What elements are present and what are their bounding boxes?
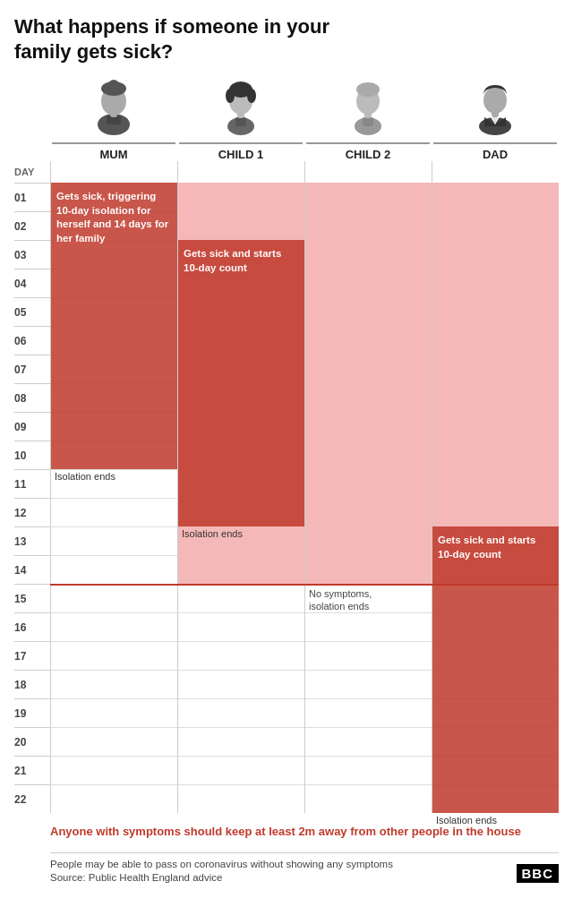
day-label-01: 01: [14, 183, 50, 211]
row-bg-col-child1-day20: [178, 727, 304, 756]
dad-isolation-ends-label: Isolation ends: [436, 815, 497, 826]
day-label-05: 05: [14, 297, 50, 326]
svg-point-17: [356, 82, 380, 97]
day-label-08: 08: [14, 383, 50, 412]
child1-isolation-ends-label: Isolation ends: [182, 528, 243, 539]
child1-block-text: Gets sick and starts 10-day count: [178, 244, 304, 278]
dad-isolation-block: [432, 526, 559, 813]
row-bg-col-child1-day22: [178, 784, 304, 813]
row-bg-col-child1-day16: [178, 612, 304, 641]
person-col-dad: DAD: [432, 76, 559, 161]
red-divider-line: [50, 584, 559, 586]
dad-label: DAD: [433, 142, 557, 161]
day-label-12: 12: [14, 498, 50, 526]
day-label-11: 11: [14, 469, 50, 498]
mum-icon: [89, 76, 139, 139]
footer-row: People may be able to pass on coronaviru…: [50, 852, 559, 883]
child1-label: CHILD 1: [179, 142, 303, 161]
day-labels: DAY 010203040506070809101112131415161718…: [14, 161, 50, 813]
day-label-02: 02: [14, 211, 50, 240]
row-bg-col-mum-day16: [51, 612, 177, 641]
day-label-15: 15: [14, 584, 50, 612]
row-bg-col-mum-day22: [51, 784, 177, 813]
row-bg-col-mum-day12: [51, 498, 177, 526]
day-label-09: 09: [14, 412, 50, 441]
row-bg-col-child1-day21: [178, 756, 304, 784]
dad-icon: [470, 76, 520, 139]
row-bg-col-child2-day16: [305, 612, 432, 641]
col-dad: Gets sick and starts 10-day countIsolati…: [432, 161, 559, 813]
row-bg-col-mum-day20: [51, 727, 177, 756]
day-label-14: 14: [14, 555, 50, 584]
col-child1: Gets sick and starts 10-day countIsolati…: [177, 161, 304, 813]
day-label-20: 20: [14, 727, 50, 756]
day-label-17: 17: [14, 641, 50, 670]
day-label-04: 04: [14, 269, 50, 297]
row-bg-col-child1-day17: [178, 641, 304, 670]
footer-area: People may be able to pass on coronaviru…: [14, 843, 559, 883]
svg-rect-14: [363, 117, 373, 126]
child2-label: CHILD 2: [306, 142, 430, 161]
dad-block-text: Gets sick and starts 10-day count: [432, 530, 559, 565]
mum-isolation-ends-label: Isolation ends: [55, 471, 115, 482]
row-bg-col-child2-day21: [305, 756, 432, 784]
svg-point-11: [226, 89, 235, 103]
day-label-19: 19: [14, 698, 50, 727]
day-label-13: 13: [14, 526, 50, 555]
header-row: MUM CHILD 1: [50, 76, 559, 161]
row-bg-col-mum-day19: [51, 698, 177, 727]
day-label-07: 07: [14, 355, 50, 383]
footer-note-top: People may be able to pass on coronaviru…: [50, 859, 393, 869]
day-label-16: 16: [14, 612, 50, 641]
day-label-18: 18: [14, 670, 50, 698]
col-mum: Gets sick, triggering 10-day isolation f…: [50, 161, 177, 813]
child2-icon: [343, 76, 393, 139]
svg-point-12: [247, 89, 256, 103]
bottom-notice-text: Anyone with symptoms should keep at leas…: [50, 824, 559, 840]
row-bg-col-child1-day15: [178, 584, 304, 612]
footer-notes: People may be able to pass on coronaviru…: [50, 859, 393, 883]
person-col-mum: MUM: [50, 76, 177, 161]
row-bg-col-child2-day17: [305, 641, 432, 670]
row-bg-col-child2-day20: [305, 727, 432, 756]
svg-point-22: [483, 87, 507, 114]
row-bg-col-mum-day17: [51, 641, 177, 670]
chart-title: What happens if someone in your family g…: [14, 14, 390, 64]
row-bg-col-child2-day22: [305, 784, 432, 813]
day-label-03: 03: [14, 240, 50, 269]
grid-wrapper: DAY 010203040506070809101112131415161718…: [14, 161, 559, 813]
day-label-10: 10: [14, 441, 50, 469]
row-bg-col-child1-day19: [178, 698, 304, 727]
row-bg-col-child2-day18: [305, 670, 432, 698]
child1-icon: [216, 76, 266, 139]
mum-label: MUM: [52, 142, 175, 161]
row-bg-col-child2-day19: [305, 698, 432, 727]
dad-light-block: [432, 183, 559, 584]
svg-point-5: [108, 80, 119, 90]
child2-light-block: [305, 183, 432, 584]
chart-container: What happens if someone in your family g…: [14, 14, 559, 883]
row-bg-col-mum-day21: [51, 756, 177, 784]
child2-no-symptoms-label: No symptoms, isolation ends: [309, 587, 372, 613]
row-bg-col-mum-day14: [51, 555, 177, 584]
person-col-child2: CHILD 2: [304, 76, 432, 161]
footer-note-bottom: Source: Public Health England advice: [50, 872, 393, 883]
child1-isolation-block: [178, 240, 304, 526]
columns-area: Gets sick, triggering 10-day isolation f…: [50, 161, 559, 813]
col-child2: No symptoms, isolation ends: [304, 161, 432, 813]
day-label-22: 22: [14, 784, 50, 813]
svg-rect-7: [235, 117, 246, 126]
day-label-06: 06: [14, 326, 50, 355]
row-bg-col-mum-day18: [51, 670, 177, 698]
day-label-21: 21: [14, 756, 50, 784]
row-bg-col-mum-day15: [51, 584, 177, 612]
day-header: DAY: [14, 161, 50, 183]
row-bg-col-mum-day13: [51, 526, 177, 555]
mum-block-text: Gets sick, triggering 10-day isolation f…: [51, 186, 177, 249]
bbc-logo: BBC: [517, 864, 560, 883]
row-bg-col-child1-day18: [178, 670, 304, 698]
person-col-child1: CHILD 1: [177, 76, 304, 161]
